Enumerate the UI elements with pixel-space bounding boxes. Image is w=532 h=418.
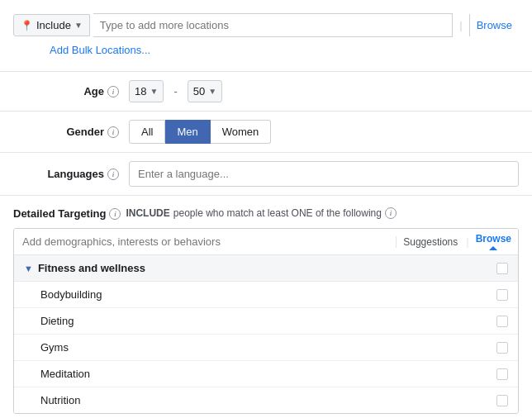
pipe-separator: | — [466, 235, 468, 248]
gender-button-group: All Men Women — [129, 120, 271, 144]
languages-info-icon[interactable]: i — [107, 169, 119, 180]
detailed-targeting-header: Detailed Targeting i INCLUDE people who … — [13, 207, 519, 220]
gender-label: Gender i — [13, 126, 129, 138]
gender-men-button[interactable]: Men — [165, 120, 210, 144]
item-checkbox[interactable] — [496, 316, 508, 327]
location-row: 📍 Include ▼ | Browse — [0, 8, 532, 42]
item-checkbox[interactable] — [496, 368, 508, 380]
age-row: Age i 18 ▼ - 50 ▼ — [0, 72, 532, 112]
location-input[interactable] — [93, 13, 453, 37]
list-item[interactable]: Meditation — [14, 361, 518, 387]
targeting-search-input[interactable] — [14, 229, 396, 254]
item-checkbox[interactable] — [496, 342, 508, 354]
targeting-search-box: Suggestions | Browse ▼ Fitness and welln… — [13, 228, 519, 414]
chevron-down-icon: ▼ — [208, 87, 216, 96]
browse-targeting-link[interactable]: Browse — [471, 233, 518, 250]
age-separator: - — [173, 85, 177, 97]
item-checkbox[interactable] — [496, 395, 508, 406]
pin-icon: 📍 — [21, 20, 33, 31]
detailed-targeting-description: INCLUDE people who match at least ONE of… — [126, 207, 519, 219]
divider-pipe: | — [459, 19, 462, 31]
age-to-select[interactable]: 50 ▼ — [188, 80, 222, 102]
languages-label: Languages i — [13, 168, 129, 180]
targeting-search-row: Suggestions | Browse — [14, 229, 518, 255]
gender-women-button[interactable]: Women — [211, 120, 272, 144]
list-item[interactable]: Bodybuilding — [14, 282, 518, 308]
browse-arrow-icon — [489, 246, 497, 250]
languages-input[interactable] — [129, 161, 519, 187]
list-item[interactable]: Nutrition — [14, 387, 518, 413]
browse-content: ▼ Fitness and wellness Bodybuilding Diet… — [14, 255, 518, 413]
detailed-targeting-section: Detailed Targeting i INCLUDE people who … — [0, 196, 532, 418]
include-dropdown[interactable]: 📍 Include ▼ — [13, 14, 90, 36]
gender-row: Gender i All Men Women — [0, 112, 532, 153]
chevron-down-icon: ▼ — [74, 21, 83, 30]
gender-info-icon[interactable]: i — [107, 126, 119, 138]
age-info-icon[interactable]: i — [107, 86, 119, 97]
category-title: Fitness and wellness — [38, 262, 496, 274]
suggestions-link[interactable]: Suggestions — [396, 236, 464, 248]
gender-all-button[interactable]: All — [129, 120, 165, 144]
detailed-targeting-label: Detailed Targeting i — [13, 207, 121, 220]
list-item[interactable]: Dieting — [14, 308, 518, 335]
browse-button[interactable]: Browse — [469, 14, 519, 36]
location-section: 📍 Include ▼ | Browse Add Bulk Locations.… — [0, 0, 532, 72]
collapse-icon: ▼ — [24, 264, 33, 273]
include-label: Include — [36, 19, 71, 31]
age-from-value: 18 — [135, 85, 146, 97]
age-from-select[interactable]: 18 ▼ — [129, 80, 164, 102]
languages-row: Languages i — [0, 153, 532, 196]
description-info-icon[interactable]: i — [385, 207, 397, 219]
list-item[interactable]: Gyms — [14, 335, 518, 361]
category-checkbox[interactable] — [496, 263, 508, 274]
detailed-targeting-info-icon[interactable]: i — [109, 208, 121, 220]
age-label: Age i — [13, 85, 129, 97]
category-header[interactable]: ▼ Fitness and wellness — [14, 255, 518, 282]
item-checkbox[interactable] — [496, 289, 508, 301]
chevron-down-icon: ▼ — [150, 87, 158, 96]
add-bulk-link[interactable]: Add Bulk Locations... — [0, 42, 532, 63]
age-to-value: 50 — [193, 85, 205, 97]
